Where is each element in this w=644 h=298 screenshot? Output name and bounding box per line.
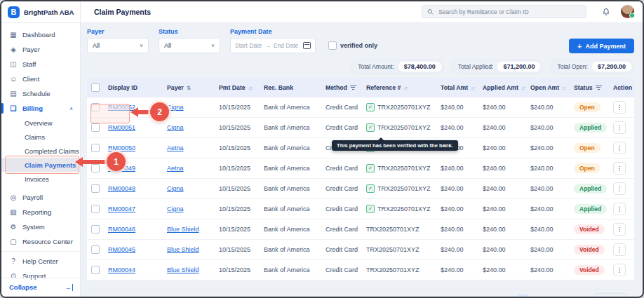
- display-id-link[interactable]: RM00051: [108, 124, 167, 131]
- sidebar-item-claim-payments[interactable]: Claim Payments: [1, 158, 80, 172]
- add-payment-button[interactable]: + Add Payment: [569, 39, 634, 53]
- payer-filter-select[interactable]: All ∨: [87, 38, 149, 53]
- plus-icon: +: [577, 42, 582, 50]
- reporting-icon: ▧: [9, 209, 18, 216]
- reference-number: TRX20250701XYZ: [366, 246, 420, 253]
- row-actions-menu[interactable]: ⋮: [613, 182, 626, 195]
- total-amt: $240.00: [441, 185, 483, 192]
- payer-link[interactable]: Blue Shield: [167, 266, 219, 273]
- payment-date-range-input[interactable]: Start Date → End Date: [230, 38, 316, 53]
- row-checkbox[interactable]: [91, 103, 100, 111]
- status-cell: Open: [574, 143, 613, 153]
- row-checkbox[interactable]: [91, 123, 100, 132]
- display-id-link[interactable]: RM00047: [108, 205, 167, 212]
- status-badge: Applied: [574, 204, 607, 214]
- user-avatar[interactable]: [621, 5, 634, 18]
- sidebar-item-dashboard[interactable]: ▦Dashboard: [1, 27, 80, 42]
- sidebar-item-invoices[interactable]: Invoices: [1, 172, 80, 186]
- payer-link[interactable]: Cigna: [167, 205, 219, 212]
- sort-icon[interactable]: ↓↑: [521, 85, 525, 91]
- annotation-step-1: 1: [107, 152, 126, 171]
- sidebar-item-help-center[interactable]: ?Help Center: [1, 254, 80, 269]
- help-center-icon: ?: [9, 258, 18, 265]
- row-actions-menu[interactable]: ⋮: [613, 264, 626, 276]
- row-actions-menu[interactable]: ⋮: [613, 101, 626, 114]
- row-actions-menu[interactable]: ⋮: [613, 142, 626, 154]
- row-checkbox[interactable]: [91, 144, 100, 152]
- payer-link[interactable]: Cigna: [167, 124, 219, 131]
- column-header-rec-bank: Rec. Bank: [264, 84, 326, 91]
- sort-icon[interactable]: ↓↑: [471, 85, 475, 91]
- sidebar-item-payer[interactable]: ◈Payer: [1, 42, 80, 57]
- total-value: $71,200.00: [497, 62, 540, 72]
- display-id-link[interactable]: RM00050: [108, 144, 167, 151]
- sidebar-item-system[interactable]: ⚙System: [1, 219, 80, 234]
- row-actions-menu[interactable]: ⋮: [613, 121, 626, 134]
- sidebar-item-completed-claims[interactable]: Completed Claims: [1, 144, 80, 158]
- sidebar-item-claims[interactable]: Claims: [1, 130, 80, 144]
- totals-bar: Total Amount:$78,400.00Total Applied:$71…: [87, 60, 634, 74]
- status-badge: Open: [574, 143, 601, 153]
- display-id-link[interactable]: RM00048: [108, 185, 167, 192]
- sidebar-item-reporting[interactable]: ▧Reporting: [1, 205, 80, 219]
- sort-icon[interactable]: ⇅: [187, 85, 190, 91]
- row-actions-menu[interactable]: ⋮: [613, 223, 626, 236]
- column-header-checkbox: [91, 83, 108, 92]
- sidebar-item-client[interactable]: ☺Client: [1, 72, 80, 86]
- status-filter-select[interactable]: All ∨: [159, 38, 220, 53]
- row-checkbox[interactable]: [91, 184, 100, 193]
- row-actions-menu[interactable]: ⋮: [613, 243, 626, 256]
- filter-icon[interactable]: [596, 86, 602, 90]
- row-actions-menu[interactable]: ⋮: [613, 203, 626, 215]
- system-icon: ⚙: [9, 224, 18, 231]
- display-id-link[interactable]: RM00046: [108, 226, 167, 233]
- prev-page-icon[interactable]: ‹: [510, 296, 513, 298]
- verified-icon: ✓: [366, 184, 375, 193]
- payer-link[interactable]: Blue Shield: [167, 246, 219, 253]
- sort-icon[interactable]: ↓↑: [248, 85, 253, 91]
- sidebar-item-resource-center[interactable]: ▢Resource Center: [1, 234, 80, 249]
- sidebar-item-schedule[interactable]: ▤Schedule: [1, 86, 80, 101]
- page-button-1[interactable]: 1: [518, 294, 528, 298]
- pmt-date: 10/15/2025: [219, 246, 264, 253]
- payer-link[interactable]: Cigna: [167, 104, 219, 111]
- table-body: RM00052Cigna10/15/2025Bank of AmericaCre…: [87, 97, 634, 280]
- row-checkbox[interactable]: [91, 205, 100, 213]
- pagination: ‹ 12 › Go to page 00 ∨: [510, 293, 627, 298]
- display-id-link[interactable]: RM00045: [108, 246, 167, 253]
- row-checkbox[interactable]: [91, 164, 100, 172]
- row-checkbox[interactable]: [91, 266, 100, 274]
- row-checkbox[interactable]: [91, 245, 100, 254]
- verified-only-checkbox[interactable]: [328, 41, 337, 50]
- next-page-icon[interactable]: ›: [547, 296, 550, 298]
- search-input[interactable]: [437, 8, 581, 16]
- pmt-date: 10/15/2025: [219, 226, 264, 233]
- verified-tooltip: This payment has been verified with the …: [332, 140, 458, 151]
- page-button-2[interactable]: 2: [531, 294, 542, 298]
- row-actions-menu[interactable]: ⋮: [613, 162, 626, 175]
- sidebar-collapse[interactable]: Collapse ←: [1, 278, 80, 291]
- sidebar-item-staff[interactable]: ◫Staff: [1, 57, 80, 72]
- collapse-icon: ←: [65, 284, 73, 291]
- chevron-down-icon: ∨: [140, 43, 143, 48]
- sort-icon[interactable]: ↓↑: [562, 85, 566, 91]
- tooltip-text: This payment has been verified with the …: [337, 142, 453, 149]
- filter-icon[interactable]: [350, 86, 356, 90]
- sidebar-item-overview[interactable]: Overview: [1, 116, 80, 130]
- sidebar-item-billing[interactable]: ❏Billing∧: [1, 101, 80, 116]
- add-payment-label: Add Payment: [585, 43, 626, 50]
- resource-center-icon: ▢: [9, 238, 18, 245]
- payer-link[interactable]: Aetna: [167, 144, 219, 151]
- goto-page-select[interactable]: 00 ∨: [595, 293, 627, 298]
- sort-icon[interactable]: ↓↑: [403, 85, 408, 91]
- reference-number: TRX20250701XYZ: [366, 226, 420, 233]
- sidebar-item-payroll[interactable]: ◎Payroll: [1, 190, 80, 205]
- notifications-bell-icon[interactable]: [601, 6, 612, 18]
- payer-link[interactable]: Aetna: [167, 165, 219, 172]
- payer-link[interactable]: Cigna: [167, 185, 219, 192]
- select-all-checkbox[interactable]: [91, 83, 100, 92]
- display-id-link[interactable]: RM00044: [108, 266, 167, 273]
- row-checkbox[interactable]: [91, 225, 100, 233]
- payer-link[interactable]: Blue Shield: [167, 226, 219, 233]
- global-search[interactable]: [422, 5, 586, 18]
